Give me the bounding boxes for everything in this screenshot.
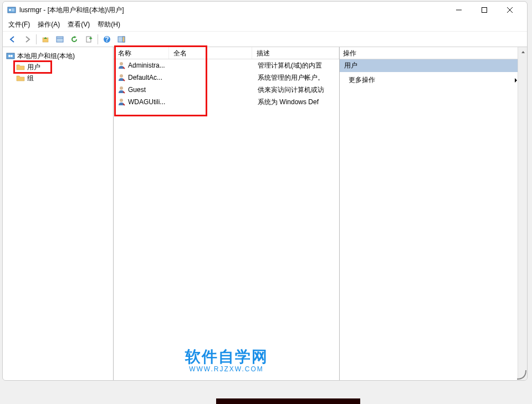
watermark-url: WWW.RJZXW.COM [185, 365, 268, 373]
svg-point-20 [120, 74, 123, 78]
svg-rect-2 [12, 9, 14, 9]
list-item[interactable]: WDAGUtili... 系统为 Windows Def [114, 96, 339, 108]
user-icon [117, 73, 126, 82]
app-window: lusrmgr - [本地用户和组(本地)\用户] 文件(F) 操作(A) 查看… [2, 1, 528, 381]
properties-button[interactable] [53, 33, 66, 45]
tree-users-label: 用户 [27, 63, 40, 72]
folder-icon [16, 63, 25, 71]
user-icon [117, 98, 126, 106]
toolbar: ? [3, 32, 527, 47]
svg-point-22 [120, 99, 123, 102]
svg-text:?: ? [105, 35, 109, 43]
user-name: DefaultAc... [128, 74, 172, 81]
list-item[interactable]: Guest 供来宾访问计算机或访 [114, 84, 339, 96]
close-button[interactable] [497, 2, 523, 18]
list-item[interactable]: DefaultAc... 系统管理的用户帐户。 [114, 71, 339, 84]
watermark: 软件自学网 WWW.RJZXW.COM [185, 346, 268, 373]
svg-rect-15 [122, 37, 125, 42]
svg-point-21 [120, 86, 123, 90]
svg-point-19 [120, 62, 123, 65]
user-name: WDAGUtili... [128, 98, 172, 106]
scroll-up-icon[interactable] [518, 47, 528, 57]
action-header: 操作 [340, 47, 527, 59]
svg-point-17 [8, 55, 11, 57]
action-pane: 操作 用户 更多操作 [340, 47, 527, 380]
users-groups-icon [6, 52, 15, 60]
titlebar: lusrmgr - [本地用户和组(本地)\用户] [3, 2, 527, 18]
user-icon [117, 61, 126, 70]
tree-users[interactable]: 用户 [5, 62, 111, 73]
folder-icon [16, 74, 25, 83]
user-name: Administra... [128, 62, 172, 69]
up-button[interactable] [39, 33, 52, 45]
user-desc: 管理计算机(域)的内置 [255, 61, 339, 70]
list-header: 名称 全名 描述 [114, 47, 339, 59]
menu-view[interactable]: 查看(V) [68, 20, 90, 29]
svg-point-18 [11, 55, 13, 57]
action-section[interactable]: 用户 [340, 59, 527, 72]
svg-point-1 [9, 9, 11, 11]
user-icon [117, 85, 126, 94]
list-pane: 名称 全名 描述 Administra... 管理计算机(域)的内置 Defau… [114, 47, 340, 380]
minimize-button[interactable] [446, 2, 472, 18]
help-button[interactable]: ? [100, 33, 114, 45]
user-desc: 系统管理的用户帐户。 [255, 73, 339, 83]
refresh-button[interactable] [68, 33, 81, 45]
svg-rect-3 [12, 11, 14, 11]
maximize-button[interactable] [472, 2, 497, 18]
column-fullname[interactable]: 全名 [169, 47, 252, 59]
forward-button[interactable] [21, 33, 34, 45]
window-title: lusrmgr - [本地用户和组(本地)\用户] [19, 6, 446, 15]
tree-pane: 本地用户和组(本地) 用户 组 [3, 47, 114, 380]
tree-groups[interactable]: 组 [5, 73, 111, 84]
watermark-title: 软件自学网 [185, 346, 268, 367]
menu-action[interactable]: 操作(A) [38, 20, 60, 29]
content-area: 本地用户和组(本地) 用户 组 名称 全名 描述 Administra... [3, 47, 527, 380]
user-desc: 系统为 Windows Def [255, 98, 339, 107]
app-icon [7, 6, 16, 14]
action-section-label: 用户 [344, 62, 357, 69]
list-item[interactable]: Administra... 管理计算机(域)的内置 [114, 59, 339, 71]
user-name: Guest [128, 86, 172, 94]
tree-root-label: 本地用户和组(本地) [17, 52, 75, 61]
menu-help[interactable]: 帮助(H) [98, 20, 120, 29]
column-description[interactable]: 描述 [252, 47, 339, 59]
menubar: 文件(F) 操作(A) 查看(V) 帮助(H) [3, 18, 527, 32]
svg-rect-5 [482, 8, 487, 13]
bottom-decor [216, 398, 360, 404]
menu-file[interactable]: 文件(F) [8, 20, 30, 29]
tree-root[interactable]: 本地用户和组(本地) [5, 50, 111, 62]
separator [36, 34, 37, 44]
user-desc: 供来宾访问计算机或访 [255, 85, 339, 95]
svg-rect-9 [57, 37, 63, 42]
back-button[interactable] [6, 33, 19, 45]
export-button[interactable] [82, 33, 95, 45]
separator [98, 34, 98, 44]
scrollbar-vertical[interactable] [518, 47, 527, 380]
action-more-label: 更多操作 [349, 75, 375, 85]
resize-grip-icon[interactable] [515, 368, 527, 380]
action-more[interactable]: 更多操作 [340, 72, 527, 88]
action-pane-toggle[interactable] [115, 33, 128, 45]
tree-groups-label: 组 [27, 74, 34, 83]
column-name[interactable]: 名称 [114, 47, 169, 59]
